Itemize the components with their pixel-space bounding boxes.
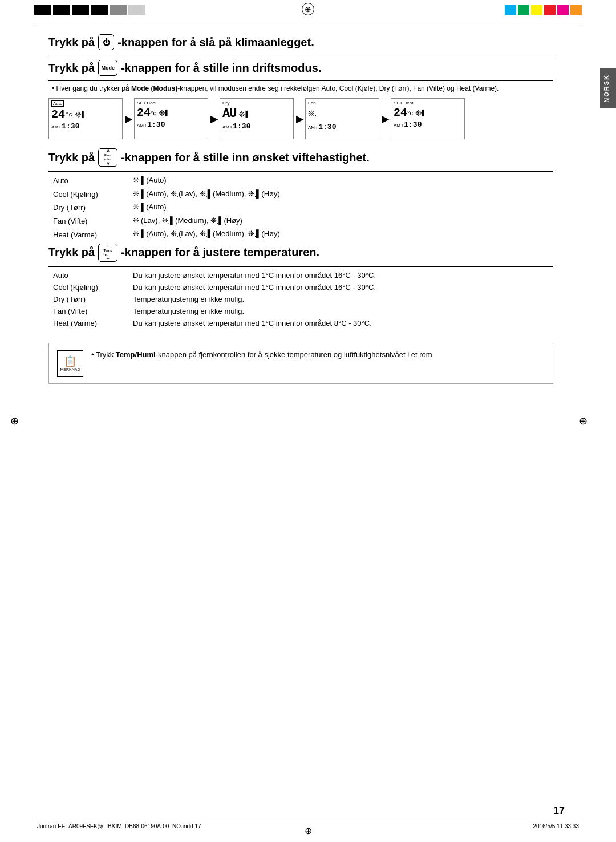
color-block-cyan: [505, 5, 516, 15]
top-border: [34, 23, 582, 23]
bottom-border: [34, 819, 582, 819]
fan-fan-icon: ❊: [308, 109, 315, 118]
bullet-bold: Hver gang du trykker på Mode (Modus)-kna…: [56, 84, 499, 92]
fan-speed-table: Auto ❊·▌(Auto) Cool (Kjøling) ❊·▌(Auto),…: [48, 174, 553, 241]
temp-button-icon: + Temphr. −: [98, 244, 117, 262]
note-suffix: -knappen på fjernkontrollen for å sjekke…: [156, 350, 435, 359]
display-cool: SET Cool 24°c ❊ ▌ AM ı 1:30: [134, 98, 208, 139]
fan-btn-mid: Fanmin.: [104, 153, 111, 161]
cool-sep: ı: [145, 123, 146, 128]
color-strip-right: [505, 5, 582, 15]
section3-header: Trykk på ∧ Fanmin. ∨ -knappen for å stil…: [48, 148, 553, 167]
color-block-yellow: [531, 5, 542, 15]
section4-pre: Trykk på: [48, 246, 95, 259]
color-block-red: [544, 5, 556, 15]
auto-fan-icon: ❊: [75, 110, 82, 119]
display-fan: Fan ❊ . AM ı 1:30: [305, 98, 379, 139]
temp-mode-dry: Dry (Tørr): [48, 293, 128, 305]
temp-mode-cool: Cool (Kjøling): [48, 281, 128, 293]
section4-rest: -knappen for å justere temperaturen.: [121, 246, 319, 259]
fan-desc-fanv: ❊·(Lav), ❊·▌(Medium), ❊·▌(Høy): [128, 214, 553, 228]
divider2: [48, 80, 553, 81]
footer: Junfrau EE_AR09FSFK@_IB&IM_DB68-06190A-0…: [37, 823, 579, 829]
heat-temp: 24: [394, 106, 407, 119]
temp-desc-cool: Du kan justere ønsket temperatur med 1°C…: [128, 281, 553, 293]
color-block-green: [518, 5, 529, 15]
fan-mode-auto: Auto: [48, 174, 128, 188]
section1: Trykk på ⏻ -knappen for å slå på klimaan…: [48, 34, 553, 55]
auto-temp: 24: [51, 108, 65, 121]
mode-button-icon: Mode: [98, 60, 117, 76]
cool-am: AM: [137, 123, 144, 128]
fan-desc-auto: ❊·▌(Auto): [128, 174, 553, 188]
note-text: • Trykk Temp/Humi-knappen på fjernkontro…: [91, 350, 434, 359]
dry-symbol: AU: [222, 107, 236, 121]
temp-desc-heat: Du kan justere ønsket temperatur med 1°C…: [128, 317, 553, 329]
section3: Trykk på ∧ Fanmin. ∨ -knappen for å stil…: [48, 148, 553, 241]
temp-desc-fanv: Temperaturjustering er ikke mulig.: [128, 305, 553, 317]
page-number: 17: [553, 805, 565, 817]
bullet-marker: •: [52, 84, 56, 92]
temp-desc-dry: Temperaturjustering er ikke mulig.: [128, 293, 553, 305]
fan-time: 1:30: [318, 123, 336, 131]
temp-btn-mid: Temphr.: [103, 249, 112, 256]
note-box: 📋 MERKNAD • Trykk Temp/Humi-knappen på f…: [48, 343, 553, 384]
arrow2: ▶: [210, 114, 217, 124]
fan-mode-fanv: Fan (Vifte): [48, 214, 128, 228]
table-row: Cool (Kjøling) Du kan justere ønsket tem…: [48, 281, 553, 293]
heat-fan-bar: ▌: [422, 110, 426, 116]
table-row: Fan (Vifte) Temperaturjustering er ikke …: [48, 305, 553, 317]
reg-mark-top: ⊕: [302, 3, 314, 15]
section2-header: Trykk på Mode -knappen for å stille inn …: [48, 60, 553, 76]
note-pre: Trykk: [96, 350, 116, 359]
table-row: Dry (Tørr) Temperaturjustering er ikke m…: [48, 293, 553, 305]
fan-desc-dry: ❊·▌(Auto): [128, 201, 553, 214]
dry-fan-bar: ▌: [245, 111, 249, 117]
temp-mode-heat: Heat (Varme): [48, 317, 128, 329]
fan-btn-top: ∧: [107, 148, 110, 153]
dry-mode-label: Dry: [222, 100, 229, 106]
color-block-black4: [91, 5, 108, 15]
auto-mode-badge: Auto: [51, 100, 64, 107]
auto-am: AM: [51, 124, 58, 129]
arrow4: ▶: [382, 114, 388, 124]
heat-degree: °c: [407, 110, 413, 116]
table-row: Heat (Varme) Du kan justere ønsket tempe…: [48, 317, 553, 329]
power-button-icon: ⏻: [98, 34, 114, 50]
display-dry: Dry AU ❊ ▌ AM ı 1:30: [220, 98, 294, 139]
heat-fan-icon: ❊: [415, 108, 422, 118]
fan-button-icon: ∧ Fanmin. ∨: [98, 148, 117, 167]
note-icon-container: 📋 MERKNAD: [57, 350, 83, 377]
table-row: Auto ❊·▌(Auto): [48, 174, 553, 188]
fan-am: AM: [308, 125, 315, 130]
table-row: Dry (Tørr) ❊·▌(Auto): [48, 201, 553, 214]
fan-desc-cool: ❊·▌(Auto), ❊·(Lav), ❊·▌(Medium), ❊·▌(Høy…: [128, 188, 553, 201]
cool-fan-icon: ❊: [159, 108, 165, 118]
divider3: [48, 171, 553, 172]
footer-right: 2016/5/5 11:33:33: [533, 823, 579, 829]
auto-degree: °c: [65, 111, 72, 118]
section4-header: Trykk på + Temphr. − -knappen for å just…: [48, 244, 553, 262]
dry-am: AM: [222, 124, 229, 129]
section1-pre: Trykk på: [48, 36, 95, 49]
note-merknad-label: MERKNAD: [60, 367, 80, 371]
heat-am: AM: [394, 123, 400, 128]
table-row: Heat (Varme) ❊·▌(Auto), ❊·(Lav), ❊·▌(Med…: [48, 228, 553, 241]
arrow3: ▶: [296, 114, 303, 124]
section2-bullet: • Hver gang du trykker på Mode (Modus)-k…: [48, 84, 553, 92]
auto-time: 1:30: [62, 122, 79, 131]
fan-mode-cool: Cool (Kjøling): [48, 188, 128, 201]
color-block-black2: [53, 5, 70, 15]
color-block-gray1: [110, 5, 127, 15]
note-doc-icon: 📋: [64, 355, 76, 367]
fan-mode-heat: Heat (Varme): [48, 228, 128, 241]
dry-time: 1:30: [233, 122, 250, 131]
display-heat: SET Heat 24°c ❊ ▌ AM ı 1:30: [391, 98, 465, 139]
divider4: [48, 266, 553, 267]
temp-table: Auto Du kan justere ønsket temperatur me…: [48, 269, 553, 329]
color-block-magenta: [557, 5, 569, 15]
divider1: [48, 55, 553, 55]
cool-temp: 24: [137, 106, 151, 119]
section1-header: Trykk på ⏻ -knappen for å slå på klimaan…: [48, 34, 553, 50]
note-bold: Temp/Humi: [116, 350, 156, 359]
